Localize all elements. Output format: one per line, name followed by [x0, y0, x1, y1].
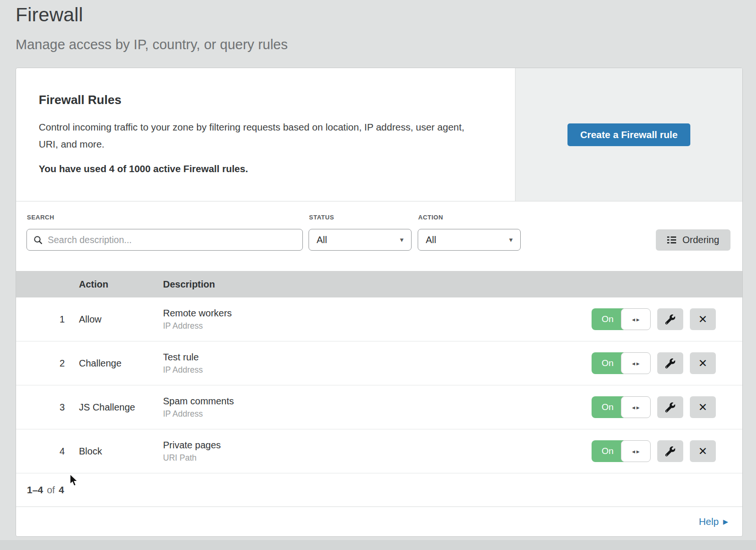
triangle-left-icon: ◂ — [632, 404, 635, 411]
status-select[interactable]: All ▾ — [309, 229, 412, 251]
wrench-icon — [665, 358, 675, 368]
rule-action: Allow — [79, 314, 163, 325]
rule-enabled-toggle[interactable]: On ◂▸ — [592, 352, 651, 374]
action-column-header: Action — [79, 279, 163, 290]
rule-match-type: IP Address — [163, 365, 592, 375]
close-icon: ✕ — [698, 445, 707, 457]
table-row: 2 Challenge Test rule IP Address On ◂▸ ✕ — [16, 341, 742, 385]
toggle-on-label: On — [592, 352, 624, 374]
rules-intro-text: Firewall Rules Control incoming traffic … — [16, 68, 515, 201]
close-icon: ✕ — [698, 313, 707, 325]
rule-description: Spam comments — [163, 396, 592, 407]
list-icon — [667, 236, 676, 244]
rule-action: Block — [79, 446, 163, 457]
rule-match-type: IP Address — [163, 409, 592, 419]
delete-rule-button[interactable]: ✕ — [690, 440, 716, 462]
rule-description-cell: Remote workers IP Address — [163, 308, 592, 331]
delete-rule-button[interactable]: ✕ — [690, 308, 716, 330]
pagination-range: 1–4 — [27, 484, 43, 496]
close-icon: ✕ — [698, 401, 707, 413]
rule-action: Challenge — [79, 358, 163, 369]
pagination: 1–4 of 4 — [16, 473, 742, 507]
triangle-right-icon: ▸ — [636, 404, 640, 411]
search-icon — [34, 236, 43, 244]
pagination-of: of — [47, 484, 55, 496]
triangle-left-icon: ◂ — [632, 316, 635, 323]
rule-description-cell: Private pages URI Path — [163, 440, 592, 463]
create-firewall-rule-button[interactable]: Create a Firewall rule — [567, 123, 690, 146]
search-input[interactable] — [48, 235, 296, 245]
toggle-knob[interactable]: ◂▸ — [621, 352, 651, 374]
create-rule-panel: Create a Firewall rule — [515, 68, 742, 201]
search-label: SEARCH — [27, 214, 54, 221]
firewall-rules-card: Firewall Rules Control incoming traffic … — [16, 68, 743, 537]
delete-rule-button[interactable]: ✕ — [690, 352, 716, 374]
triangle-left-icon: ◂ — [632, 360, 635, 367]
toggle-on-label: On — [592, 396, 624, 418]
search-field[interactable] — [26, 229, 303, 251]
edit-rule-button[interactable] — [657, 396, 683, 418]
rules-usage-text: You have used 4 of 1000 active Firewall … — [39, 163, 492, 175]
rule-action: JS Challenge — [79, 402, 163, 413]
chevron-down-icon: ▾ — [400, 236, 404, 244]
window-bottom-edge — [0, 540, 756, 550]
help-link-label: Help — [699, 516, 719, 527]
help-link[interactable]: Help ▶ — [699, 516, 728, 527]
triangle-right-icon: ▶ — [723, 518, 728, 525]
action-label: ACTION — [418, 214, 443, 221]
delete-rule-button[interactable]: ✕ — [690, 396, 716, 418]
rules-card-title: Firewall Rules — [39, 93, 492, 107]
rule-priority-number: 1 — [16, 314, 79, 325]
table-header-row: Action Description — [16, 271, 742, 297]
action-selected-value: All — [426, 235, 436, 245]
ordering-button[interactable]: Ordering — [656, 229, 730, 251]
rule-description: Test rule — [163, 352, 592, 363]
rule-description-cell: Spam comments IP Address — [163, 396, 592, 419]
toggle-knob[interactable]: ◂▸ — [621, 308, 651, 330]
ordering-button-label: Ordering — [682, 235, 719, 245]
card-footer: Help ▶ — [16, 507, 742, 536]
close-icon: ✕ — [698, 357, 707, 369]
rule-priority-number: 4 — [16, 446, 79, 457]
edit-rule-button[interactable] — [657, 440, 683, 462]
table-row: 4 Block Private pages URI Path On ◂▸ ✕ — [16, 429, 742, 473]
page-subtitle: Manage access by IP, country, or query r… — [16, 37, 288, 52]
chevron-down-icon: ▾ — [509, 236, 513, 244]
rule-description: Private pages — [163, 440, 592, 451]
pagination-total: 4 — [59, 484, 64, 496]
description-column-header: Description — [163, 279, 742, 290]
rule-controls: On ◂▸ ✕ — [592, 352, 742, 374]
table-row: 1 Allow Remote workers IP Address On ◂▸ … — [16, 297, 742, 341]
rule-enabled-toggle[interactable]: On ◂▸ — [592, 308, 651, 330]
triangle-right-icon: ▸ — [636, 360, 640, 367]
edit-rule-button[interactable] — [657, 308, 683, 330]
rule-description-cell: Test rule IP Address — [163, 352, 592, 375]
toggle-knob[interactable]: ◂▸ — [621, 396, 651, 418]
rule-enabled-toggle[interactable]: On ◂▸ — [592, 440, 651, 462]
filters-bar: SEARCH STATUS All ▾ ACTION All ▾ Orderin… — [16, 201, 742, 271]
rule-controls: On ◂▸ ✕ — [592, 396, 742, 418]
action-select[interactable]: All ▾ — [418, 229, 521, 251]
rule-controls: On ◂▸ ✕ — [592, 308, 742, 330]
edit-rule-button[interactable] — [657, 352, 683, 374]
toggle-knob[interactable]: ◂▸ — [621, 440, 651, 462]
rule-description: Remote workers — [163, 308, 592, 319]
rules-card-description: Control incoming traffic to your zone by… — [39, 119, 478, 153]
triangle-right-icon: ▸ — [636, 316, 640, 323]
triangle-left-icon: ◂ — [632, 448, 635, 455]
toggle-on-label: On — [592, 440, 624, 462]
rule-match-type: URI Path — [163, 453, 592, 463]
status-label: STATUS — [309, 214, 334, 221]
wrench-icon — [665, 314, 675, 324]
rules-intro-section: Firewall Rules Control incoming traffic … — [16, 68, 742, 201]
rule-enabled-toggle[interactable]: On ◂▸ — [592, 396, 651, 418]
toggle-on-label: On — [592, 308, 624, 330]
table-row: 3 JS Challenge Spam comments IP Address … — [16, 385, 742, 429]
rule-priority-number: 3 — [16, 402, 79, 413]
wrench-icon — [665, 402, 675, 412]
rule-controls: On ◂▸ ✕ — [592, 440, 742, 462]
rule-match-type: IP Address — [163, 321, 592, 331]
status-selected-value: All — [317, 235, 327, 245]
wrench-icon — [665, 446, 675, 456]
triangle-right-icon: ▸ — [636, 448, 640, 455]
